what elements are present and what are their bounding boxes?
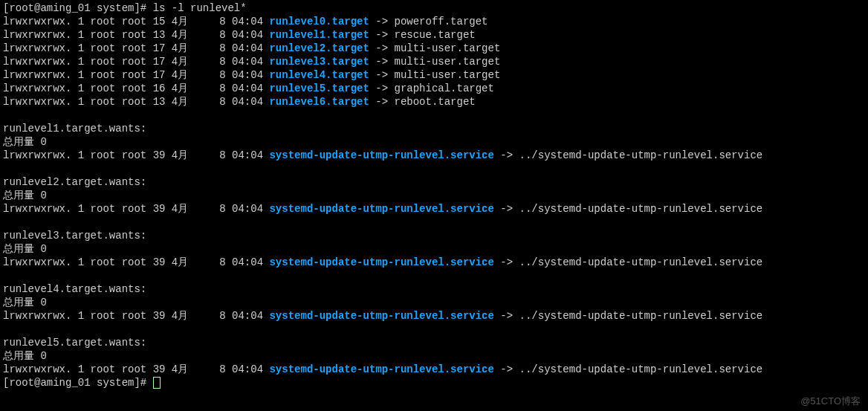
list-item: lrwxrwxrwx. 1 root root 39 4月 8 04:04 sy… bbox=[3, 256, 865, 269]
blank-line bbox=[3, 323, 865, 336]
dir-total: 总用量 0 bbox=[3, 135, 865, 149]
dir-total: 总用量 0 bbox=[3, 242, 865, 256]
blank-line bbox=[3, 269, 865, 282]
blank-line bbox=[3, 109, 865, 122]
command-text: ls -l runlevel* bbox=[153, 2, 247, 14]
list-item: lrwxrwxrwx. 1 root root 39 4月 8 04:04 sy… bbox=[3, 202, 865, 216]
list-item: lrwxrwxrwx. 1 root root 17 4月 8 04:04 ru… bbox=[3, 42, 865, 55]
shell-prompt: [root@aming_01 system]# bbox=[3, 2, 153, 14]
list-item: lrwxrwxrwx. 1 root root 13 4月 8 04:04 ru… bbox=[3, 95, 865, 109]
dir-total: 总用量 0 bbox=[3, 189, 865, 202]
dir-total: 总用量 0 bbox=[3, 349, 865, 363]
dir-total: 总用量 0 bbox=[3, 296, 865, 309]
command-line: [root@aming_01 system]# ls -l runlevel* bbox=[3, 1, 865, 15]
blank-line bbox=[3, 162, 865, 175]
dir-header: runlevel3.target.wants: bbox=[3, 229, 865, 242]
list-item: lrwxrwxrwx. 1 root root 39 4月 8 04:04 sy… bbox=[3, 309, 865, 323]
blank-line bbox=[3, 216, 865, 229]
watermark-label: @51CTO博客 bbox=[800, 395, 861, 408]
list-item: lrwxrwxrwx. 1 root root 15 4月 8 04:04 ru… bbox=[3, 15, 865, 28]
dir-header: runlevel4.target.wants: bbox=[3, 282, 865, 296]
terminal-output[interactable]: [root@aming_01 system]# ls -l runlevel*l… bbox=[0, 0, 868, 391]
dir-header: runlevel5.target.wants: bbox=[3, 336, 865, 349]
list-item: lrwxrwxrwx. 1 root root 39 4月 8 04:04 sy… bbox=[3, 149, 865, 162]
cursor-icon bbox=[153, 377, 161, 389]
shell-prompt: [root@aming_01 system]# bbox=[3, 377, 153, 389]
list-item: lrwxrwxrwx. 1 root root 13 4月 8 04:04 ru… bbox=[3, 28, 865, 42]
dir-header: runlevel2.target.wants: bbox=[3, 175, 865, 189]
list-item: lrwxrwxrwx. 1 root root 39 4月 8 04:04 sy… bbox=[3, 363, 865, 376]
list-item: lrwxrwxrwx. 1 root root 17 4月 8 04:04 ru… bbox=[3, 55, 865, 68]
list-item: lrwxrwxrwx. 1 root root 17 4月 8 04:04 ru… bbox=[3, 68, 865, 82]
dir-header: runlevel1.target.wants: bbox=[3, 122, 865, 135]
command-line[interactable]: [root@aming_01 system]# bbox=[3, 376, 865, 389]
list-item: lrwxrwxrwx. 1 root root 16 4月 8 04:04 ru… bbox=[3, 82, 865, 95]
